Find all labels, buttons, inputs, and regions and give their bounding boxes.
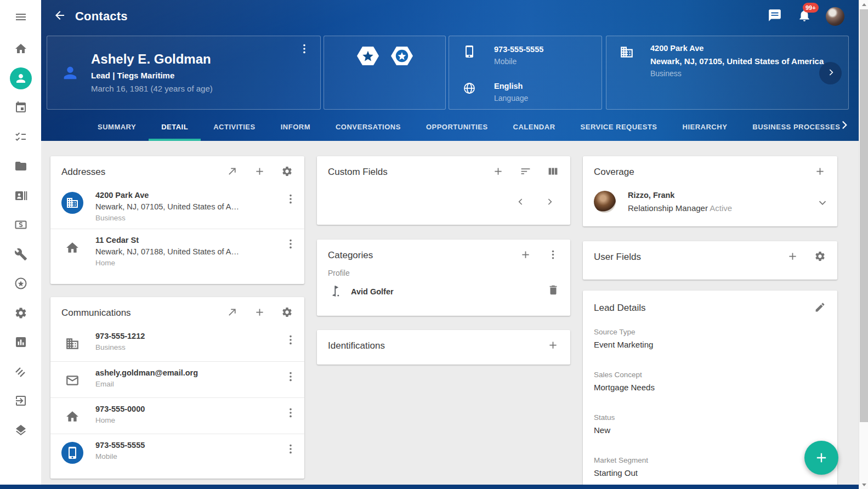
identifications-card: Identifications — [317, 330, 570, 365]
lead-field-value: Mortgage Needs — [594, 383, 826, 392]
communications-card: Communications 973-555-1212 Business ash… — [50, 297, 304, 479]
user-fields-card: User Fields — [583, 241, 837, 280]
custom-fields-sort-button[interactable] — [519, 166, 532, 179]
communication-row: 973-555-0000 Home — [50, 397, 304, 434]
star-circle-hexagon-badge[interactable] — [389, 43, 415, 69]
coverage-add-button[interactable] — [813, 166, 826, 179]
gear-icon — [281, 166, 293, 177]
chevron-left-icon — [515, 196, 526, 207]
kebab-icon — [285, 193, 297, 205]
tab-bar: SUMMARY DETAIL ACTIVITIES INFORM CONVERS… — [41, 112, 859, 141]
sidebar-item-tools[interactable] — [10, 243, 32, 265]
chevron-down-icon — [816, 196, 829, 208]
plus-icon — [787, 251, 798, 262]
addresses-settings-button[interactable] — [280, 166, 293, 179]
category-delete-button[interactable] — [547, 284, 559, 298]
tab-hierarchy[interactable]: HIERARCHY — [670, 112, 740, 141]
sidebar-item-calendar[interactable] — [10, 96, 32, 118]
profile-kebab-menu[interactable] — [298, 43, 310, 56]
hero-phone-value: 973-555-5555 — [494, 45, 543, 54]
sidebar-item-home[interactable] — [10, 38, 32, 60]
address-street: 11 Cedar St — [95, 236, 277, 244]
custom-fields-prev-button[interactable] — [515, 196, 526, 209]
addresses-card: Addresses 4200 Park Ave Newark, NJ, 0710… — [50, 156, 304, 284]
page-title: Contacts — [75, 9, 128, 24]
sidebar-item-contact-cards[interactable] — [10, 185, 32, 207]
mobile-phone-icon — [463, 45, 476, 58]
custom-fields-next-button[interactable] — [544, 196, 555, 209]
messages-button[interactable] — [767, 8, 783, 25]
sidebar-item-relationships[interactable] — [10, 361, 32, 383]
back-button[interactable] — [50, 7, 70, 26]
communications-add-button[interactable] — [253, 306, 266, 320]
star-hexagon-icon — [355, 43, 381, 69]
communication-kebab-menu[interactable] — [285, 407, 297, 420]
tab-detail[interactable]: DETAIL — [149, 112, 201, 141]
communication-kebab-menu[interactable] — [285, 443, 297, 457]
categories-kebab-menu[interactable] — [546, 249, 559, 262]
sidebar-item-documents[interactable] — [10, 155, 32, 177]
user-fields-settings-button[interactable] — [813, 251, 826, 264]
add-fab-button[interactable] — [804, 441, 838, 475]
address-kebab-menu[interactable] — [285, 193, 297, 207]
communications-open-button[interactable] — [225, 306, 239, 320]
user-fields-add-button[interactable] — [786, 251, 799, 264]
sidebar-item-favorites[interactable] — [10, 272, 32, 294]
star-hexagon-badge[interactable] — [355, 43, 381, 69]
tab-calendar[interactable]: CALENDAR — [501, 112, 568, 141]
tab-conversations[interactable]: CONVERSATIONS — [323, 112, 413, 141]
lead-field-label: Status — [594, 413, 826, 422]
categories-add-button[interactable] — [519, 249, 532, 262]
notifications-button[interactable]: 99+ — [796, 8, 813, 25]
tab-service-requests[interactable]: SERVICE REQUESTS — [568, 112, 670, 141]
tab-inform[interactable]: INFORM — [268, 112, 323, 141]
category-group-label: Profile — [317, 268, 570, 277]
window-bottom-edge — [0, 485, 859, 489]
communication-row: ashely.goldman@email.org Email — [50, 361, 304, 397]
user-avatar[interactable] — [826, 7, 844, 26]
sidebar-item-layers[interactable] — [10, 419, 32, 441]
globe-icon — [463, 82, 476, 95]
sidebar-item-contacts[interactable] — [10, 67, 32, 89]
communication-kebab-menu[interactable] — [285, 371, 297, 384]
hamburger-menu-icon[interactable] — [10, 6, 32, 28]
sidebar-item-settings[interactable] — [10, 302, 32, 324]
tab-business-processes[interactable]: BUSINESS PROCESSES — [740, 112, 853, 141]
sidebar-item-tasks[interactable] — [10, 126, 32, 147]
address-kebab-menu[interactable] — [285, 238, 297, 252]
tab-summary[interactable]: SUMMARY — [85, 112, 149, 141]
golf-flag-icon — [329, 284, 343, 300]
tab-activities[interactable]: ACTIVITIES — [201, 112, 268, 141]
custom-fields-add-button[interactable] — [491, 166, 504, 179]
scrollbar-down-arrow[interactable] — [859, 480, 868, 489]
tabs-overflow-button[interactable] — [837, 118, 851, 134]
communication-kebab-menu[interactable] — [285, 334, 297, 348]
custom-fields-columns-button[interactable] — [546, 166, 559, 179]
coverage-row: Rizzo, Frank Relationship Manager Active — [583, 184, 837, 219]
tab-opportunities[interactable]: OPPORTUNITIES — [413, 112, 501, 141]
lead-details-edit-button[interactable] — [813, 302, 826, 315]
address-city-line: Newark, NJ, 07188, United States of Amer… — [95, 247, 245, 256]
kebab-icon — [285, 334, 297, 346]
scrollbar-thumb[interactable] — [860, 9, 868, 422]
open-in-new-icon — [226, 166, 238, 177]
mobile-phone-icon — [61, 442, 83, 464]
hero-communication-panel: 973-555-5555 Mobile English Language — [449, 36, 602, 110]
hero-badges-panel — [324, 36, 446, 110]
coverage-expand-button[interactable] — [816, 196, 829, 210]
bar-chart-icon — [14, 336, 27, 349]
communications-title: Communications — [61, 308, 131, 319]
sidebar-item-analytics[interactable] — [10, 331, 32, 353]
hero-next-button[interactable] — [819, 62, 842, 84]
scrollbar-up-arrow[interactable] — [859, 0, 868, 9]
communications-settings-button[interactable] — [280, 306, 293, 320]
addresses-open-button[interactable] — [225, 166, 239, 179]
chevron-right-icon — [837, 118, 851, 132]
identifications-add-button[interactable] — [546, 339, 559, 352]
sidebar-item-sign-out[interactable] — [10, 390, 32, 412]
addresses-add-button[interactable] — [253, 166, 266, 179]
vertical-scrollbar[interactable] — [859, 0, 868, 489]
sidebar-item-payments[interactable] — [10, 214, 32, 236]
communication-row: 973-555-5555 Mobile — [50, 434, 304, 470]
category-row: Avid Golfer — [317, 277, 570, 304]
